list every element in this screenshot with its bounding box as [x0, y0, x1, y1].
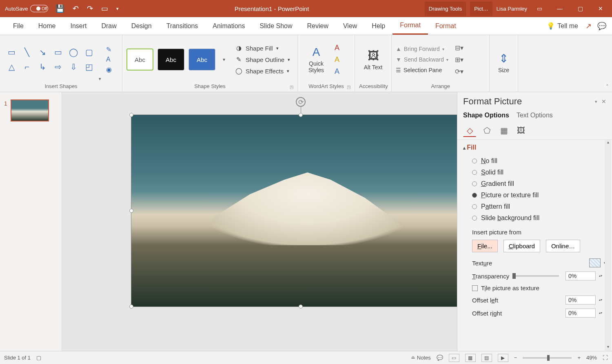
offset-left-value[interactable]: 0%: [565, 296, 596, 304]
autosave-toggle[interactable]: Off: [30, 5, 48, 12]
tab-review[interactable]: Review: [300, 17, 336, 35]
send-backward-button[interactable]: ▼Send Backward▾: [396, 56, 448, 63]
size-button[interactable]: ⇕ Size: [494, 52, 514, 73]
tab-file[interactable]: File: [6, 17, 31, 35]
fill-line-icon[interactable]: ◇: [463, 124, 476, 137]
minimize-icon[interactable]: —: [552, 5, 568, 12]
thumbnail-1[interactable]: [11, 99, 49, 121]
transparency-slider[interactable]: [512, 275, 559, 277]
radio-picture-fill[interactable]: Picture or texture fill: [463, 190, 606, 201]
text-box-icon[interactable]: A: [106, 56, 112, 63]
sorter-view-icon[interactable]: ▦: [465, 354, 476, 362]
style-swatch-2[interactable]: Abc: [157, 49, 184, 71]
quick-styles-button[interactable]: A Quick Styles: [302, 46, 330, 73]
resize-handle-l[interactable]: [129, 209, 133, 213]
redo-icon[interactable]: ↷: [87, 4, 93, 13]
offset-right-value[interactable]: 0%: [565, 309, 596, 318]
style-gallery-more-icon[interactable]: ▾: [220, 49, 228, 71]
context-tab-picture[interactable]: Pict…: [470, 2, 492, 16]
size-props-icon[interactable]: ▦: [497, 124, 510, 137]
tile-row[interactable]: Tile picture as texture: [463, 282, 606, 293]
comments-status-icon[interactable]: 💬: [437, 355, 443, 361]
present-icon[interactable]: ▭: [101, 4, 108, 13]
shape-arrow-icon[interactable]: ⇨: [51, 60, 65, 74]
wordart-launcher-icon[interactable]: ◳: [347, 85, 350, 89]
shape-effects-button[interactable]: ◯Shape Effects▾: [235, 67, 290, 75]
radio-pattern-fill[interactable]: Pattern fill: [463, 201, 606, 212]
slideshow-view-icon[interactable]: ▶: [498, 354, 508, 362]
autosave[interactable]: AutoSave Off: [5, 5, 48, 12]
rotate-icon[interactable]: ⟳▾: [455, 68, 463, 75]
merge-shapes-icon[interactable]: ◉: [106, 66, 112, 73]
radio-slide-bg-fill[interactable]: Slide background fill: [463, 212, 606, 224]
resize-handle-tl[interactable]: [129, 113, 133, 117]
fit-to-window-icon[interactable]: ⛶: [603, 355, 608, 361]
zoom-out-icon[interactable]: −: [514, 355, 517, 361]
shape-triangle-icon[interactable]: △: [4, 60, 19, 74]
collapse-ribbon-icon[interactable]: ˄: [606, 84, 609, 90]
tab-slideshow[interactable]: Slide Show: [252, 17, 299, 35]
pane-options-icon[interactable]: ▾: [595, 99, 597, 104]
thumbnail-row[interactable]: 1: [0, 99, 62, 121]
save-icon[interactable]: 💾: [55, 4, 64, 13]
comments-icon[interactable]: 💬: [597, 22, 606, 31]
tab-view[interactable]: View: [336, 17, 364, 35]
picture-tab-icon[interactable]: 🖼: [514, 124, 528, 137]
online-button[interactable]: Online…: [546, 240, 580, 252]
tab-format-drawing[interactable]: Format: [392, 17, 428, 35]
shape-outline-button[interactable]: ✎Shape Outline▾: [235, 56, 290, 63]
tab-animations[interactable]: Animations: [205, 17, 252, 35]
text-fill-icon[interactable]: A: [335, 44, 339, 52]
zoom-slider[interactable]: [523, 357, 572, 359]
shape-textbox-icon[interactable]: ▭: [4, 45, 19, 59]
tab-transitions[interactable]: Transitions: [159, 17, 206, 35]
shape-elbow-icon[interactable]: ⌐: [20, 60, 34, 74]
shape-line-icon[interactable]: ╲: [20, 45, 34, 59]
shape-oval-icon[interactable]: ◯: [66, 45, 81, 59]
rotation-handle[interactable]: ⟳: [296, 97, 306, 107]
radio-solid-fill[interactable]: Solid fill: [463, 167, 606, 178]
share-icon[interactable]: ↗: [585, 22, 592, 31]
context-tab-drawing[interactable]: Drawing Tools: [425, 2, 466, 16]
shape-elbow2-icon[interactable]: ↳: [35, 60, 50, 74]
shape-downarrow-icon[interactable]: ⇩: [66, 60, 81, 74]
slide-canvas[interactable]: ⟳: [62, 92, 457, 351]
shape-style-gallery[interactable]: Abc Abc Abc ▾: [126, 49, 228, 71]
close-icon[interactable]: ✕: [592, 5, 609, 12]
shape-fill-button[interactable]: ◑Shape Fill▾: [235, 44, 290, 52]
zoom-in-icon[interactable]: +: [577, 355, 581, 361]
style-swatch-1[interactable]: Abc: [126, 49, 153, 71]
shape-rect-icon[interactable]: ▭: [51, 45, 65, 59]
notes-button[interactable]: ≐ Notes: [411, 355, 431, 361]
pane-close-icon[interactable]: ✕: [601, 98, 606, 105]
bring-forward-button[interactable]: ▲Bring Forward▾: [396, 46, 448, 52]
user-name[interactable]: Lisa Parmley: [497, 6, 527, 12]
tab-insert[interactable]: Insert: [63, 17, 94, 35]
file-button[interactable]: File...: [472, 240, 498, 252]
effects-tab-icon[interactable]: ⬠: [480, 124, 493, 137]
subtab-shape-options[interactable]: Shape Options: [463, 112, 509, 119]
alt-text-button[interactable]: 🖼 Alt Text: [359, 49, 387, 71]
reading-view-icon[interactable]: ▤: [481, 354, 492, 362]
text-outline-icon[interactable]: A: [335, 55, 339, 64]
resize-handle-bl[interactable]: [129, 304, 133, 309]
fill-heading[interactable]: Fill: [463, 144, 606, 151]
ribbon-display-icon[interactable]: ▭: [531, 5, 548, 12]
align-icon[interactable]: ⊟▾: [455, 44, 463, 52]
shapes-gallery[interactable]: ▭ ╲ ↘ ▭ ◯ ▢ △ ⌐ ↳ ⇨ ⇩ ◰: [4, 45, 96, 74]
spellcheck-icon[interactable]: ▢: [36, 355, 41, 361]
group-icon[interactable]: ⊞▾: [455, 56, 463, 64]
text-effects-icon[interactable]: A: [335, 67, 339, 76]
tab-home[interactable]: Home: [31, 17, 63, 35]
slide-indicator[interactable]: Slide 1 of 1: [4, 355, 31, 361]
shape-arrowline-icon[interactable]: ↘: [35, 45, 50, 59]
transparency-value[interactable]: 0%: [565, 271, 596, 280]
tab-help[interactable]: Help: [364, 17, 392, 35]
subtab-text-options[interactable]: Text Options: [517, 112, 553, 119]
shape-roundrect-icon[interactable]: ▢: [82, 45, 96, 59]
tab-format-picture[interactable]: Format: [428, 17, 463, 35]
texture-picker[interactable]: [589, 258, 601, 267]
maximize-icon[interactable]: ▢: [572, 5, 588, 12]
pane-scrollbar[interactable]: ▴ ▾: [605, 140, 611, 351]
shape-styles-launcher-icon[interactable]: ◳: [290, 85, 293, 89]
